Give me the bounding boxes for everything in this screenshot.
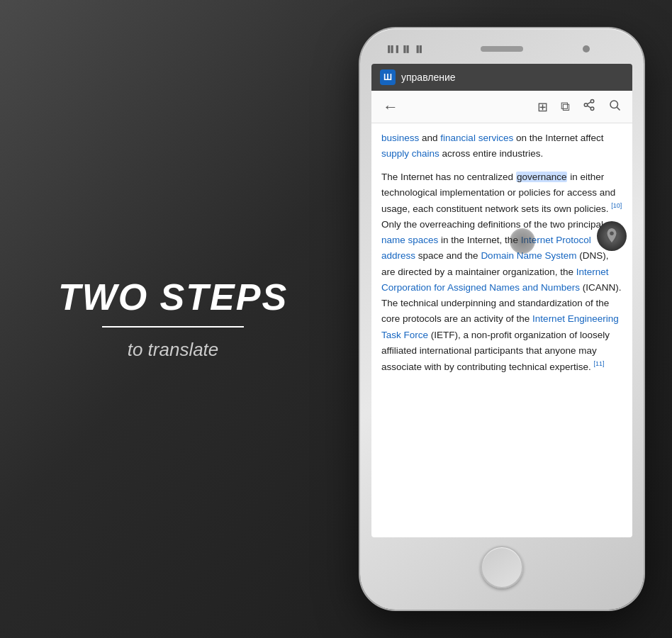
svg-point-1 — [584, 103, 588, 107]
speaker-grill — [481, 46, 523, 52]
app-topbar: Ш управление — [371, 64, 632, 91]
copy-icon[interactable]: ⧉ — [561, 99, 570, 114]
svg-point-5 — [610, 101, 618, 108]
link-financial-services[interactable]: financial services — [440, 133, 513, 143]
left-panel: TWO STEPS to translate — [0, 249, 346, 389]
paragraph-business: business and financial services on the I… — [381, 130, 622, 162]
svg-line-6 — [617, 107, 620, 110]
text-overreaching: Only the overreaching definitions of the… — [381, 219, 603, 230]
navigation-bar: ← ⊞ ⧉ — [371, 91, 632, 123]
app-icon-text: Ш — [383, 72, 392, 82]
share-icon[interactable] — [583, 99, 595, 115]
back-button[interactable]: ← — [383, 98, 398, 116]
paragraph-governance: The Internet has no centralized governan… — [381, 169, 622, 375]
svg-point-0 — [590, 100, 594, 103]
svg-point-2 — [590, 107, 594, 111]
front-camera — [583, 45, 590, 52]
text-across: across entire industries. — [442, 148, 544, 159]
footnote-11: [11] — [593, 360, 604, 367]
content-area[interactable]: business and financial services on the I… — [371, 123, 632, 537]
text-and: and — [422, 133, 440, 143]
home-button[interactable] — [481, 546, 523, 588]
phone-top-bar: ▐▌▌▐▌ ▐▌ — [371, 41, 632, 57]
highlighted-governance: governance — [516, 172, 568, 182]
phone-screen: Ш управление ← ⊞ ⧉ — [371, 64, 632, 537]
app-icon: Ш — [380, 69, 396, 85]
text-in-internet: in the Internet, the — [441, 235, 521, 245]
select-all-icon[interactable]: ⊞ — [537, 99, 548, 115]
main-title: TWO STEPS — [58, 277, 288, 318]
footnote-10: [10] — [611, 202, 622, 209]
phone-device: ▐▌▌▐▌ ▐▌ Ш управление ← ⊞ ⧉ — [360, 28, 644, 610]
status-text: ▐▌▌▐▌ ▐▌ — [386, 45, 425, 52]
link-supply-chains[interactable]: supply chains — [381, 148, 439, 159]
link-name-spaces[interactable]: name spaces — [381, 235, 438, 245]
text-no-centralized: The Internet has no centralized — [381, 172, 516, 182]
app-title: управление — [401, 72, 624, 83]
title-divider — [102, 326, 244, 328]
svg-line-3 — [587, 106, 590, 108]
nav-icons-group: ⊞ ⧉ — [537, 99, 621, 115]
link-business[interactable]: business — [381, 133, 419, 143]
context-popup — [597, 221, 627, 251]
subtitle: to translate — [128, 339, 219, 361]
search-icon[interactable] — [608, 99, 621, 115]
text-space-and: space and the — [418, 250, 481, 261]
svg-line-4 — [587, 102, 590, 104]
svg-point-7 — [610, 232, 614, 236]
phone-wrapper: ▐▌▌▐▌ ▐▌ Ш управление ← ⊞ ⧉ — [346, 14, 658, 624]
link-dns[interactable]: Domain Name System — [481, 250, 576, 261]
text-on-the-internet: on the Internet affect — [516, 133, 604, 143]
status-bar-area: ▐▌▌▐▌ ▐▌ — [386, 45, 425, 52]
